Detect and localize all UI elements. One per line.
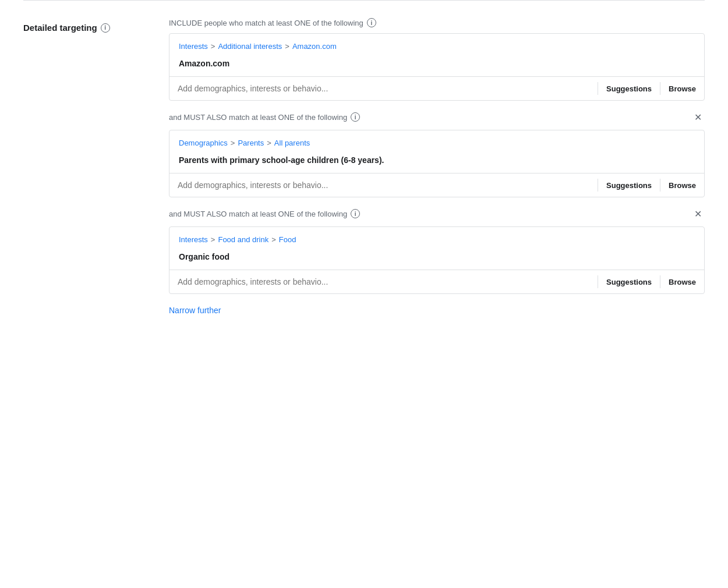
include-suggestions-btn[interactable]: Suggestions <box>598 79 660 99</box>
include-browse-btn[interactable]: Browse <box>660 79 704 99</box>
also-match-tag-row-2: Organic food <box>169 249 704 270</box>
main-content: Detailed targeting i INCLUDE people who … <box>0 1 728 315</box>
breadcrumb-sep-2: > <box>285 42 289 51</box>
breadcrumb-amazon[interactable]: Amazon.com <box>292 42 337 51</box>
also-match-header-2: and MUST ALSO match at least ONE of the … <box>169 207 705 221</box>
include-label-text: INCLUDE people who match at least ONE of… <box>169 19 363 27</box>
breadcrumb-sep-1: > <box>211 42 215 51</box>
also-match-breadcrumb-row-2: Interests > Food and drink > Food <box>169 227 704 249</box>
also-match-search-input-2[interactable] <box>169 270 598 293</box>
also-match-close-btn-1[interactable]: ✕ <box>691 110 705 124</box>
left-label: Detailed targeting i <box>23 18 151 315</box>
also-match-browse-btn-2[interactable]: Browse <box>660 272 704 292</box>
narrow-further: Narrow further <box>169 306 705 315</box>
also-match-search-row-2: Suggestions Browse <box>169 270 704 293</box>
also-match-header-1: and MUST ALSO match at least ONE of the … <box>169 110 705 124</box>
narrow-further-link[interactable]: Narrow further <box>169 306 221 315</box>
breadcrumb-food-and-drink[interactable]: Food and drink <box>218 235 268 244</box>
detailed-targeting-info-icon[interactable]: i <box>101 23 110 33</box>
breadcrumb-food[interactable]: Food <box>279 235 296 244</box>
breadcrumb-all-parents[interactable]: All parents <box>274 139 310 147</box>
also-match-targeting-box-2: Interests > Food and drink > Food Organi… <box>169 226 705 294</box>
also-match-search-input-1[interactable] <box>169 173 598 197</box>
breadcrumb-interests-2[interactable]: Interests <box>179 235 208 244</box>
breadcrumb-sep-6: > <box>271 235 276 244</box>
also-match-info-icon-2[interactable]: i <box>351 209 360 218</box>
breadcrumb-parents[interactable]: Parents <box>238 139 264 147</box>
include-tag-row: Amazon.com <box>169 55 704 76</box>
also-match-tag-row-1: Parents with primary school-age children… <box>169 152 704 173</box>
also-match-suggestions-btn-1[interactable]: Suggestions <box>598 175 660 196</box>
also-match-section-1: and MUST ALSO match at least ONE of the … <box>169 110 705 197</box>
also-match-label-2: and MUST ALSO match at least ONE of the … <box>169 209 360 218</box>
also-match-targeting-box-1: Demographics > Parents > All parents Par… <box>169 130 705 197</box>
include-search-row: Suggestions Browse <box>169 76 704 100</box>
also-match-breadcrumb-row-1: Demographics > Parents > All parents <box>169 130 704 152</box>
right-content: INCLUDE people who match at least ONE of… <box>169 18 705 315</box>
also-match-browse-btn-1[interactable]: Browse <box>660 175 704 196</box>
breadcrumb-additional-interests[interactable]: Additional interests <box>218 42 282 51</box>
include-label: INCLUDE people who match at least ONE of… <box>169 18 705 27</box>
also-match-label-text-2: and MUST ALSO match at least ONE of the … <box>169 210 347 218</box>
breadcrumb-sep-5: > <box>211 235 215 244</box>
breadcrumb-demographics[interactable]: Demographics <box>179 139 228 147</box>
detailed-targeting-text: Detailed targeting <box>23 23 97 33</box>
include-search-input[interactable] <box>169 77 598 100</box>
also-match-label-text-1: and MUST ALSO match at least ONE of the … <box>169 113 347 122</box>
include-tag: Amazon.com <box>179 59 229 68</box>
also-match-suggestions-btn-2[interactable]: Suggestions <box>598 272 660 292</box>
breadcrumb-sep-4: > <box>267 139 271 147</box>
also-match-tag-2: Organic food <box>179 252 229 261</box>
also-match-info-icon-1[interactable]: i <box>351 112 360 122</box>
also-match-search-row-1: Suggestions Browse <box>169 173 704 197</box>
breadcrumb-sep-3: > <box>231 139 235 147</box>
include-info-icon[interactable]: i <box>367 18 376 27</box>
include-targeting-box: Interests > Additional interests > Amazo… <box>169 33 705 101</box>
breadcrumb-interests[interactable]: Interests <box>179 42 208 51</box>
also-match-section-2: and MUST ALSO match at least ONE of the … <box>169 207 705 294</box>
also-match-tag-1: Parents with primary school-age children… <box>179 155 384 165</box>
detailed-targeting-label: Detailed targeting i <box>23 23 151 33</box>
also-match-close-btn-2[interactable]: ✕ <box>691 207 705 221</box>
include-breadcrumb-row: Interests > Additional interests > Amazo… <box>169 34 704 55</box>
page-wrapper: Detailed targeting i INCLUDE people who … <box>0 0 728 588</box>
also-match-label-1: and MUST ALSO match at least ONE of the … <box>169 112 360 122</box>
